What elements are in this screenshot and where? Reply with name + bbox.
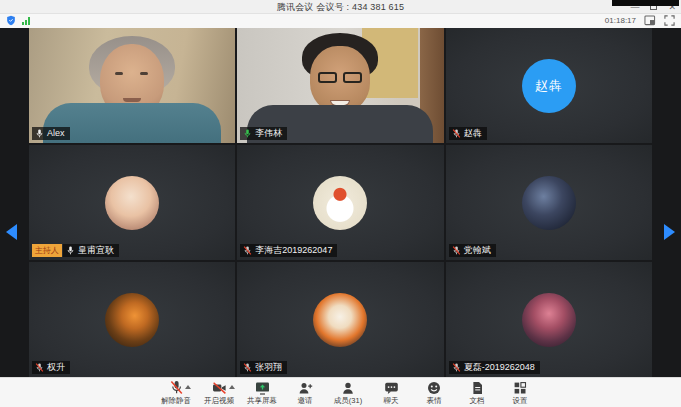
mic-muted-icon: [452, 128, 461, 139]
docs-icon: [471, 381, 484, 395]
avatar: [522, 293, 576, 347]
participant-name-tag: 张羽翔: [240, 361, 287, 374]
chat-icon: [384, 381, 399, 395]
camera-off-icon: [212, 381, 227, 395]
participant-name: 李伟林: [255, 127, 282, 140]
invite-button[interactable]: 邀请: [290, 380, 320, 406]
participant-tile-alex[interactable]: Alex: [29, 28, 235, 143]
meeting-statusbar: 01:18:17: [0, 14, 681, 28]
participant-tile-lihaiji[interactable]: 李海吉2019262047: [237, 145, 443, 260]
participant-name: 权升: [47, 361, 65, 374]
participant-tile-zhaoben[interactable]: 赵犇 赵犇: [446, 28, 652, 143]
chevron-up-icon[interactable]: [229, 385, 235, 389]
settings-button[interactable]: 设置: [505, 380, 535, 406]
participant-name-tag: 权升: [32, 361, 70, 374]
mic-muted-icon: [35, 362, 44, 373]
avatar: 赵犇: [522, 59, 576, 113]
participant-name: 张羽翔: [255, 361, 282, 374]
mic-muted-icon: [243, 362, 252, 373]
avatar: [105, 176, 159, 230]
mic-on-icon: [66, 245, 75, 256]
members-button[interactable]: 成员(31): [333, 380, 363, 406]
invite-icon: [298, 381, 313, 395]
video-feed: [237, 28, 443, 143]
participant-name-tag: 夏磊-2019262048: [449, 361, 540, 374]
mic-muted-icon: [452, 245, 461, 256]
meeting-toolbar: 解除静音 开启视频 共享屏幕: [0, 377, 681, 407]
participant-grid: Alex 李伟林: [29, 28, 652, 377]
participant-name: 赵犇: [464, 127, 482, 140]
network-signal-icon: [22, 17, 30, 26]
mic-speaking-icon: [243, 128, 252, 139]
mic-muted-icon: [170, 380, 183, 395]
chevron-up-icon[interactable]: [185, 385, 191, 389]
mic-muted-icon: [452, 362, 461, 373]
overlay-strip: [612, 0, 679, 6]
fullscreen-icon[interactable]: [664, 15, 675, 26]
share-screen-button[interactable]: 共享屏幕: [247, 380, 277, 406]
participant-tile-danghanbin[interactable]: 党翰斌: [446, 145, 652, 260]
participant-name: 夏磊-2019262048: [464, 361, 535, 374]
start-video-button[interactable]: 开启视频: [204, 380, 234, 406]
participant-name: 李海吉2019262047: [255, 244, 332, 257]
docs-button[interactable]: 文档: [462, 380, 492, 406]
participant-tile-liweilin[interactable]: 李伟林: [237, 28, 443, 143]
participant-tile-xialei[interactable]: 夏磊-2019262048: [446, 262, 652, 377]
participant-name-tag: 党翰斌: [449, 244, 496, 257]
participant-tile-quansheng[interactable]: 权升: [29, 262, 235, 377]
share-screen-icon: [255, 381, 270, 395]
window-titlebar: 腾讯会议 会议号 : 434 381 615 — ✕: [0, 0, 681, 14]
participant-name-tag: 皇甫宜耿: [63, 244, 119, 257]
avatar: [313, 176, 367, 230]
participant-name-tag: 赵犇: [449, 127, 487, 140]
participant-name: 皇甫宜耿: [78, 244, 114, 257]
participant-name: 党翰斌: [464, 244, 491, 257]
switch-layout-icon[interactable]: [644, 15, 656, 26]
members-icon: [341, 381, 355, 395]
security-shield-icon[interactable]: [6, 15, 16, 26]
participant-tile-host[interactable]: 主持人 皇甫宜耿: [29, 145, 235, 260]
mic-muted-icon: [243, 245, 252, 256]
avatar: [105, 293, 159, 347]
meeting-timer: 01:18:17: [605, 16, 636, 25]
participant-tile-zhangyuxiang[interactable]: 张羽翔: [237, 262, 443, 377]
participant-name-tag: 李伟林: [240, 127, 287, 140]
video-feed: [29, 28, 235, 143]
participant-name-tag: Alex: [32, 127, 70, 140]
video-stage: Alex 李伟林: [0, 28, 681, 377]
prev-page-arrow-icon[interactable]: [6, 224, 17, 240]
avatar-initials: 赵犇: [535, 77, 563, 95]
chat-button[interactable]: 聊天: [376, 380, 406, 406]
participant-name: Alex: [47, 127, 65, 140]
avatar: [522, 176, 576, 230]
meeting-title: 腾讯会议 会议号 : 434 381 615: [0, 1, 681, 14]
mic-on-icon: [35, 128, 44, 139]
emoji-icon: [427, 381, 441, 395]
apps-icon: [513, 381, 527, 395]
participant-name-tag: 李海吉2019262047: [240, 244, 337, 257]
next-page-arrow-icon[interactable]: [664, 224, 675, 240]
emoji-button[interactable]: 表情: [419, 380, 449, 406]
host-badge: 主持人: [32, 244, 62, 257]
avatar: [313, 293, 367, 347]
unmute-button[interactable]: 解除静音: [161, 380, 191, 406]
